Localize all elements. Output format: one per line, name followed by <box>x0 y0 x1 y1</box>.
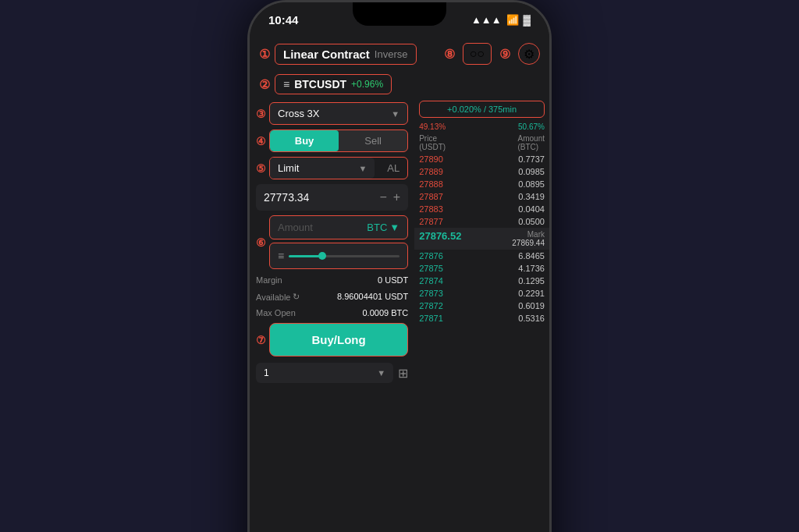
price-value: 27773.34 <box>264 191 309 204</box>
status-icons: ▲▲▲ 📶 ▓ <box>471 14 531 26</box>
buy-long-button[interactable]: Buy/Long <box>269 323 408 356</box>
ob-sell-row: 278830.0404 <box>414 203 549 215</box>
available-label: Available ↻ <box>256 292 300 302</box>
grid-layout-icon[interactable]: ⊞ <box>398 366 408 381</box>
left-panel: ③ Cross 3X ▼ ④ Buy Sell ⑤ <box>250 98 414 532</box>
margin-row: Margin 0 USDT <box>256 274 408 286</box>
ob-sell-row: 278880.0895 <box>414 178 549 190</box>
annotation-6: ⑥ <box>256 236 266 249</box>
amount-input[interactable]: Amount BTC ▼ <box>269 215 408 239</box>
dropdown-value: 1 <box>264 367 269 378</box>
orderbook-col-headers: Price(USDT) Amount(BTC) <box>414 133 549 153</box>
ob-sell-row: 278770.0500 <box>414 215 549 228</box>
notch <box>353 2 446 26</box>
header: ① Linear Contract Inverse ⑧ ○○ ⑨ ⚙ <box>250 37 549 71</box>
settings-button[interactable]: ⚙ <box>518 43 540 65</box>
annotation-2: ② <box>259 77 270 92</box>
ob-sell-row: 278890.0985 <box>414 165 549 178</box>
ob-sell-row: 278870.3419 <box>414 190 549 203</box>
orderbook-headers: 49.13% 50.67% <box>414 121 549 133</box>
gear-icon: ⚙ <box>524 47 534 62</box>
wifi-icon: 📶 <box>506 14 519 26</box>
mark-number: 27869.44 <box>512 239 545 247</box>
app-content: ① Linear Contract Inverse ⑧ ○○ ⑨ ⚙ ② <box>250 37 549 532</box>
sell-rows: 278900.7737 278890.0985 278880.0895 2788… <box>414 153 549 228</box>
amount-placeholder: Amount <box>278 222 313 233</box>
dropdown-arrow[interactable]: ▼ <box>377 368 385 378</box>
max-open-row: Max Open 0.0009 BTC <box>256 307 408 318</box>
price-input[interactable]: 27773.34 − + <box>256 184 408 211</box>
annotation-1: ① <box>259 47 270 62</box>
annotation-7: ⑦ <box>256 334 266 346</box>
sell-pct: 49.13% <box>419 122 446 131</box>
annotation-4: ④ <box>256 135 266 147</box>
amount-currency: BTC ▼ <box>367 222 400 233</box>
time: 10:44 <box>268 13 298 27</box>
ob-buy-row: 278710.5316 <box>414 312 549 325</box>
slider-container: ≡ <box>269 243 408 269</box>
contract-type-box[interactable]: Linear Contract Inverse <box>275 44 417 65</box>
available-value: 8.96004401 USDT <box>337 292 408 302</box>
margin-label: Margin <box>256 275 282 285</box>
trading-area: ③ Cross 3X ▼ ④ Buy Sell ⑤ <box>250 98 549 532</box>
buy-rows: 278766.8465 278754.1736 278740.1295 2787… <box>414 250 549 325</box>
annotation-9: ⑨ <box>499 47 510 62</box>
amount-header: Amount(BTC) <box>518 134 545 151</box>
slider-fill <box>289 255 322 257</box>
mark-price-value: 27876.52 <box>419 230 461 247</box>
annotation-5: ⑤ <box>256 162 266 175</box>
slider-thumb[interactable] <box>318 252 326 260</box>
mark-price-row: 27876.52 Mark 27869.44 <box>414 228 549 250</box>
annotation-3: ③ <box>256 108 266 120</box>
buy-pct: 50.67% <box>518 122 545 131</box>
max-open-label: Max Open <box>256 308 296 317</box>
price-controls: − + <box>380 190 401 204</box>
cross-selector[interactable]: Cross 3X ▼ <box>269 102 408 125</box>
signal-icon: ▲▲▲ <box>471 14 502 26</box>
rate-badge: +0.020% / 375min <box>419 101 545 118</box>
right-panel: +0.020% / 375min 49.13% 50.67% Price(USD… <box>414 98 549 532</box>
sell-tab[interactable]: Sell <box>339 130 407 151</box>
order-type-select[interactable]: Limit ▼ <box>270 158 375 179</box>
ob-buy-row: 278720.6019 <box>414 300 549 312</box>
slider-track[interactable] <box>289 255 400 257</box>
pair-name: BTCUSDT <box>294 78 346 90</box>
sub-header: ② ≡ BTCUSDT +0.96% <box>250 71 549 98</box>
contract-linear-label: Linear Contract <box>283 48 370 61</box>
margin-value: 0 USDT <box>378 275 408 285</box>
annotation-8: ⑧ <box>444 47 455 62</box>
refresh-icon: ↻ <box>293 292 300 302</box>
ob-buy-row: 278740.1295 <box>414 275 549 287</box>
battery-icon: ▓ <box>524 14 531 26</box>
order-type-label: Limit <box>278 162 299 174</box>
cross-label: Cross 3X <box>278 108 319 119</box>
contract-inverse-label: Inverse <box>375 48 408 60</box>
phone-frame: 10:44 ▲▲▲ 📶 ▓ ① Linear Contract Inverse … <box>247 0 552 532</box>
ob-buy-row: 278766.8465 <box>414 250 549 262</box>
plus-button[interactable]: + <box>393 190 400 204</box>
max-open-value: 0.0009 BTC <box>362 308 408 317</box>
pair-change: +0.96% <box>351 79 383 90</box>
al-button[interactable]: AL <box>379 158 407 179</box>
ob-buy-row: 278730.2291 <box>414 287 549 300</box>
grid-icon: ○○ <box>470 47 485 61</box>
cross-arrow: ▼ <box>391 109 400 119</box>
amount-arrow: ▼ <box>389 222 400 233</box>
available-row: Available ↻ 8.96004401 USDT <box>256 291 408 303</box>
ob-buy-row: 278754.1736 <box>414 262 549 275</box>
buy-tab[interactable]: Buy <box>270 130 339 151</box>
order-type-arrow: ▼ <box>358 164 367 173</box>
icon-group-top[interactable]: ○○ <box>463 43 492 65</box>
mark-label: Mark <box>512 230 545 239</box>
minus-button[interactable]: − <box>380 190 387 204</box>
ob-sell-row: 278900.7737 <box>414 153 549 165</box>
list-icon: ≡ <box>283 78 289 90</box>
price-header: Price(USDT) <box>419 134 446 151</box>
slider-list-icon: ≡ <box>278 250 284 262</box>
buy-sell-tabs: Buy Sell <box>269 129 408 152</box>
header-icons: ⑧ ○○ ⑨ ⚙ <box>444 43 540 65</box>
pair-box[interactable]: ≡ BTCUSDT +0.96% <box>275 74 392 94</box>
